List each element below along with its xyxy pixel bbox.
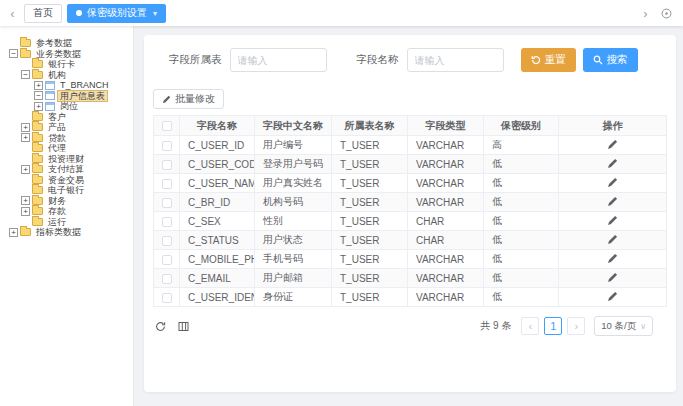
- folder-icon: [32, 197, 43, 205]
- edit-pencil-icon[interactable]: [607, 158, 618, 169]
- tab-secrecy-level-settings[interactable]: 保密级别设置 ▾: [67, 4, 166, 23]
- row-checkbox[interactable]: [162, 179, 172, 189]
- current-page-button[interactable]: 1: [544, 317, 562, 335]
- expander-icon[interactable]: +: [21, 196, 30, 205]
- tree-item-finance[interactable]: + 财务: [0, 196, 133, 206]
- tree-item-loan[interactable]: + 贷款: [0, 133, 133, 143]
- expander-icon[interactable]: [21, 186, 30, 195]
- table-row: C_BR_ID 机构号码 T_USER VARCHAR 低: [154, 193, 667, 212]
- tree-item-investment[interactable]: 投资理财: [0, 154, 133, 164]
- tree-item-label-selected: 用户信息表: [58, 91, 107, 101]
- tree-item-payment-settlement[interactable]: + 支付结算: [0, 164, 133, 174]
- field-table-input[interactable]: [230, 48, 327, 72]
- chevron-left-icon[interactable]: ‹: [6, 7, 19, 20]
- refresh-table-icon[interactable]: [153, 319, 167, 333]
- tree-item-label: 投资理财: [46, 154, 86, 164]
- tree-item-position[interactable]: + 岗位: [0, 101, 133, 111]
- next-page-button[interactable]: ›: [567, 317, 585, 335]
- tree-item-agency[interactable]: 代理: [0, 143, 133, 153]
- header-table-name: 所属表名称: [332, 116, 408, 136]
- edit-pencil-icon[interactable]: [607, 196, 618, 207]
- tree-item-e-banking[interactable]: 电子银行: [0, 185, 133, 195]
- edit-pencil-icon[interactable]: [607, 253, 618, 264]
- expander-icon[interactable]: [21, 175, 30, 184]
- row-checkbox[interactable]: [162, 141, 172, 151]
- chevron-right-icon[interactable]: ›: [639, 7, 652, 20]
- cell-table-name: T_USER: [332, 174, 408, 193]
- row-checkbox[interactable]: [162, 160, 172, 170]
- expander-icon[interactable]: [21, 217, 30, 226]
- edit-pencil-icon[interactable]: [607, 177, 618, 188]
- row-checkbox[interactable]: [162, 274, 172, 284]
- row-checkbox[interactable]: [162, 293, 172, 303]
- table-row: C_USER_IDENTITY 身份证 T_USER VARCHAR 低: [154, 288, 667, 307]
- expander-icon[interactable]: [21, 154, 30, 163]
- expander-icon[interactable]: −: [21, 70, 30, 79]
- expander-icon[interactable]: +: [9, 228, 18, 237]
- column-settings-icon[interactable]: [176, 319, 190, 333]
- total-count-label: 共 9 条: [480, 319, 511, 333]
- tree-item-label: 财务: [46, 196, 68, 206]
- row-checkbox[interactable]: [162, 217, 172, 227]
- table-row: C_EMAIL 用户邮箱 T_USER VARCHAR 低: [154, 269, 667, 288]
- table-row: C_USER_ID 用户编号 T_USER VARCHAR 高: [154, 136, 667, 155]
- refresh-icon[interactable]: [659, 6, 673, 20]
- chevron-down-icon[interactable]: ▾: [153, 9, 157, 18]
- expander-icon[interactable]: −: [9, 49, 18, 58]
- toolbar: 批量修改: [153, 89, 667, 109]
- row-checkbox[interactable]: [162, 236, 172, 246]
- search-button[interactable]: 搜索: [583, 48, 638, 72]
- reset-button[interactable]: 重置: [521, 48, 576, 72]
- tree-item-business-data[interactable]: − 业务类数据: [0, 49, 133, 59]
- tree-item-fund-transaction[interactable]: 资金交易: [0, 175, 133, 185]
- expander-icon[interactable]: [21, 144, 30, 153]
- expander-icon[interactable]: +: [21, 123, 30, 132]
- cell-field-cn-name: 手机号码: [255, 250, 332, 269]
- cell-field-name: C_STATUS: [180, 231, 255, 250]
- tree-item-organization[interactable]: − 机构: [0, 70, 133, 80]
- cell-field-cn-name: 用户编号: [255, 136, 332, 155]
- expander-icon[interactable]: +: [21, 165, 30, 174]
- table-row: C_STATUS 用户状态 T_USER CHAR 低: [154, 231, 667, 250]
- expander-icon[interactable]: +: [21, 207, 30, 216]
- tree-item-label: T_BRANCH: [58, 80, 111, 90]
- cell-field-type: CHAR: [408, 212, 484, 231]
- header-checkbox-cell: [154, 116, 180, 136]
- edit-pencil-icon[interactable]: [607, 139, 618, 150]
- expander-icon[interactable]: +: [34, 81, 43, 90]
- row-checkbox[interactable]: [162, 198, 172, 208]
- edit-pencil-icon[interactable]: [607, 215, 618, 226]
- folder-icon: [32, 165, 43, 173]
- edit-pencil-icon[interactable]: [607, 272, 618, 283]
- cell-table-name: T_USER: [332, 269, 408, 288]
- tree-item-operation[interactable]: 运行: [0, 217, 133, 227]
- sidebar-tree: 参考数据 − 业务类数据 银行卡 − 机构 + T_BRANCH − 用户信息表: [0, 26, 134, 406]
- tree-item-customer[interactable]: 客户: [0, 112, 133, 122]
- field-name-input[interactable]: [407, 48, 504, 72]
- tree-item-label: 支付结算: [46, 164, 86, 174]
- cell-field-cn-name: 性别: [255, 212, 332, 231]
- tree-item-bank-card[interactable]: 银行卡: [0, 59, 133, 69]
- tree-item-t-branch[interactable]: + T_BRANCH: [0, 80, 133, 90]
- tree-item-user-info-table[interactable]: − 用户信息表: [0, 91, 133, 101]
- expander-icon[interactable]: +: [34, 102, 43, 111]
- tab-home[interactable]: 首页: [24, 4, 62, 23]
- batch-edit-button[interactable]: 批量修改: [153, 89, 224, 109]
- prev-page-button[interactable]: ‹: [521, 317, 539, 335]
- expander-icon[interactable]: −: [34, 91, 43, 100]
- page-size-select[interactable]: 10 条/页 ∨: [594, 316, 653, 336]
- tree-item-deposit[interactable]: + 存款: [0, 206, 133, 216]
- expander-icon[interactable]: [9, 39, 18, 48]
- edit-pencil-icon[interactable]: [607, 291, 618, 302]
- tree-item-product[interactable]: + 产品: [0, 122, 133, 132]
- expander-icon[interactable]: +: [21, 133, 30, 142]
- edit-pencil-icon[interactable]: [607, 234, 618, 245]
- expander-icon[interactable]: [21, 60, 30, 69]
- expander-icon[interactable]: [21, 112, 30, 121]
- tree-item-reference-data[interactable]: 参考数据: [0, 38, 133, 48]
- tree-item-indicator-data[interactable]: + 指标类数据: [0, 227, 133, 237]
- row-checkbox[interactable]: [162, 255, 172, 265]
- cell-field-type: VARCHAR: [408, 136, 484, 155]
- tree-item-label: 客户: [46, 112, 68, 122]
- select-all-checkbox[interactable]: [162, 121, 172, 131]
